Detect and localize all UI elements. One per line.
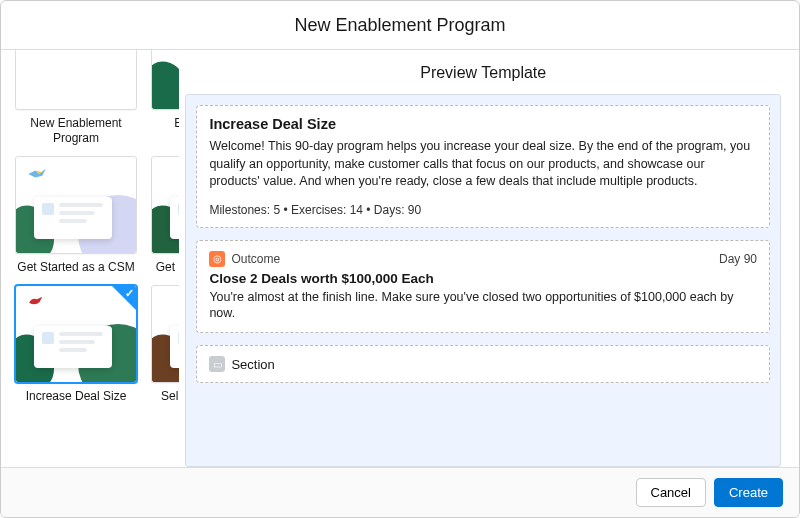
outcome-title: Close 2 Deals worth $100,000 Each — [209, 271, 757, 286]
thumb-card-icon — [34, 326, 112, 368]
thumb-card-icon — [34, 197, 112, 239]
cancel-button[interactable]: Cancel — [636, 478, 706, 507]
preview-template-meta: Milestones: 5 • Exercises: 14 • Days: 90 — [209, 203, 757, 217]
template-card-new-enablement-program[interactable]: New Enablement Program — [15, 50, 137, 146]
section-icon: ▭ — [209, 356, 225, 372]
preview-section-block: ▭ Section — [196, 345, 770, 383]
outcome-tag: ◎Outcome — [209, 251, 280, 267]
template-thumb — [15, 156, 137, 254]
template-label: Get Started as a CSM — [17, 260, 134, 275]
template-card-sell-new-product[interactable]: Sell a New Product — [151, 285, 179, 419]
template-card-get-started-ae[interactable]: Get Started as an AE — [151, 156, 179, 275]
dialog-body: New Enablement Program Build a Strong Pi… — [1, 50, 799, 467]
template-label: Get Started as an AE — [156, 260, 180, 275]
template-grid: New Enablement Program Build a Strong Pi… — [15, 50, 167, 419]
bird-icon — [26, 294, 48, 308]
template-thumb — [15, 50, 137, 110]
selected-check-icon — [112, 286, 136, 310]
template-thumb — [15, 285, 137, 383]
preview-outcome-block: ◎Outcome Day 90 Close 2 Deals worth $100… — [196, 240, 770, 334]
dialog-title: New Enablement Program — [1, 1, 799, 50]
outcome-body: You're almost at the finish line. Make s… — [209, 289, 757, 323]
dialog-footer: Cancel Create — [1, 467, 799, 517]
template-card-increase-deal-size[interactable]: Increase Deal Size — [15, 285, 137, 419]
section-label: Section — [231, 357, 274, 372]
thumb-card-icon — [170, 326, 179, 368]
template-label: Build a Strong Pipeline — [152, 116, 179, 146]
template-card-get-started-csm[interactable]: Get Started as a CSM — [15, 156, 137, 275]
outcome-icon: ◎ — [209, 251, 225, 267]
thumb-card-icon — [170, 197, 179, 239]
preview-scroll-area[interactable]: Increase Deal Size Welcome! This 90-day … — [185, 94, 781, 467]
template-thumb — [151, 50, 179, 110]
create-button[interactable]: Create — [714, 478, 783, 507]
preview-template-description: Welcome! This 90-day program helps you i… — [209, 138, 757, 191]
template-label: New Enablement Program — [16, 116, 136, 146]
template-thumb — [151, 285, 179, 383]
template-thumb — [151, 156, 179, 254]
thumb-decoration-icon — [151, 56, 179, 110]
template-card-build-strong-pipeline[interactable]: Build a Strong Pipeline — [151, 50, 179, 146]
preview-summary-block: Increase Deal Size Welcome! This 90-day … — [196, 105, 770, 228]
template-grid-wrap: New Enablement Program Build a Strong Pi… — [1, 50, 179, 467]
preview-template-title: Increase Deal Size — [209, 116, 757, 132]
preview-heading: Preview Template — [185, 64, 781, 82]
bird-icon — [26, 167, 48, 181]
template-label: Increase Deal Size — [26, 389, 127, 404]
preview-pane: Preview Template Increase Deal Size Welc… — [179, 50, 799, 467]
template-label: Sell a New Product — [161, 389, 179, 404]
outcome-due: Day 90 — [719, 252, 757, 266]
